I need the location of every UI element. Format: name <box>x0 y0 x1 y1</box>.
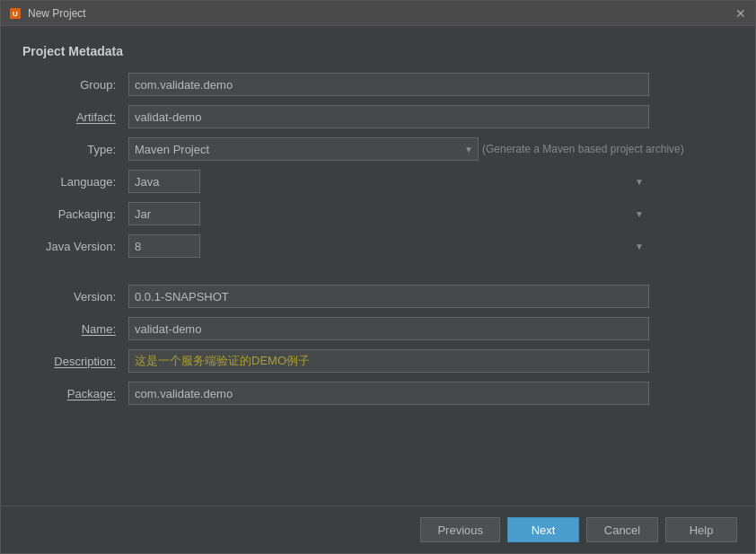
packaging-select[interactable]: Jar War <box>128 202 200 225</box>
type-label: Type: <box>22 143 121 156</box>
help-button[interactable]: Help <box>665 517 737 542</box>
close-button[interactable]: ✕ <box>734 6 748 21</box>
language-label: Language: <box>22 175 121 189</box>
next-button[interactable]: Next <box>507 517 579 542</box>
java-version-select-wrapper: 8 11 17 ▼ <box>128 234 649 258</box>
section-title: Project Metadata <box>22 44 734 58</box>
packaging-label: Packaging: <box>22 207 121 221</box>
description-input[interactable] <box>128 349 649 373</box>
type-select[interactable]: Maven Project <box>128 137 479 161</box>
type-note: (Generate a Maven based project archive) <box>482 143 684 155</box>
java-version-select-arrow: ▼ <box>635 242 644 251</box>
language-select-wrapper: Java Kotlin Groovy ▼ <box>128 170 649 193</box>
title-bar: U New Project ✕ <box>1 1 755 26</box>
button-bar: Previous Next Cancel Help <box>1 506 755 553</box>
java-version-select[interactable]: 8 11 17 <box>128 234 200 258</box>
group-input[interactable] <box>128 73 649 96</box>
java-version-label: Java Version: <box>22 240 121 253</box>
packaging-select-wrapper: Jar War ▼ <box>128 202 649 225</box>
form-table: Group: Artifact: Type: Maven Project ▼ (… <box>22 73 734 405</box>
artifact-label: Artifact: <box>22 110 121 124</box>
packaging-select-arrow: ▼ <box>635 209 644 219</box>
language-select[interactable]: Java Kotlin Groovy <box>128 170 200 193</box>
cancel-button[interactable]: Cancel <box>586 517 658 542</box>
language-select-arrow: ▼ <box>635 177 644 187</box>
type-row: Maven Project ▼ (Generate a Maven based … <box>128 137 734 161</box>
spacer-2 <box>128 267 734 276</box>
app-icon: U <box>8 6 22 21</box>
spacer-1 <box>22 267 121 276</box>
package-input[interactable] <box>128 382 649 405</box>
name-label: Name: <box>22 322 121 336</box>
description-label: Description: <box>22 355 121 368</box>
version-input[interactable] <box>128 285 649 308</box>
previous-button[interactable]: Previous <box>420 517 500 542</box>
group-label: Group: <box>22 78 121 92</box>
package-label: Package: <box>22 387 121 400</box>
version-label: Version: <box>22 290 121 303</box>
dialog-title: New Project <box>28 7 734 20</box>
svg-text:U: U <box>13 10 18 18</box>
main-content: Project Metadata Group: Artifact: Type: … <box>1 26 755 506</box>
new-project-dialog: U New Project ✕ Project Metadata Group: … <box>0 0 756 554</box>
name-input[interactable] <box>128 317 649 340</box>
type-select-wrapper: Maven Project ▼ <box>128 137 479 161</box>
artifact-input[interactable] <box>128 105 649 128</box>
